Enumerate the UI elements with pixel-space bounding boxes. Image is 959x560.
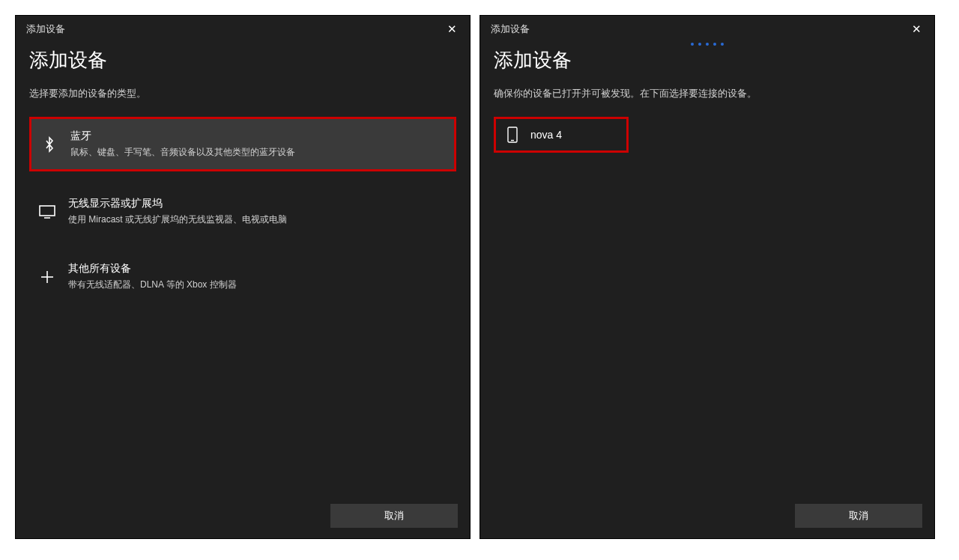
window-title: 添加设备	[26, 22, 65, 36]
cancel-button[interactable]: 取消	[330, 504, 458, 528]
option-other-devices[interactable]: 其他所有设备 带有无线适配器、DLNA 等的 Xbox 控制器	[29, 252, 456, 302]
loading-indicator	[691, 43, 724, 46]
option-desc: 鼠标、键盘、手写笔、音频设备以及其他类型的蓝牙设备	[70, 146, 295, 159]
close-icon: ✕	[447, 22, 457, 36]
option-text: 无线显示器或扩展坞 使用 Miracast 或无线扩展坞的无线监视器、电视或电脑	[68, 197, 287, 226]
add-device-dialog-type: 添加设备 ✕ 添加设备 选择要添加的设备的类型。 蓝牙 鼠标、键盘、手写笔、音频…	[15, 15, 471, 539]
phone-icon	[503, 127, 521, 143]
option-text: 蓝牙 鼠标、键盘、手写笔、音频设备以及其他类型的蓝牙设备	[70, 130, 295, 159]
option-desc: 使用 Miracast 或无线扩展坞的无线监视器、电视或电脑	[68, 213, 287, 226]
svg-rect-0	[40, 206, 55, 216]
titlebar: 添加设备 ✕	[16, 16, 470, 43]
option-desc: 带有无线适配器、DLNA 等的 Xbox 控制器	[68, 279, 237, 291]
monitor-icon	[37, 205, 58, 219]
add-device-dialog-discover: 添加设备 ✕ 添加设备 确保你的设备已打开并可被发现。在下面选择要连接的设备。 …	[480, 15, 935, 539]
option-bluetooth[interactable]: 蓝牙 鼠标、键盘、手写笔、音频设备以及其他类型的蓝牙设备	[29, 117, 456, 171]
dialog-content: 添加设备 确保你的设备已打开并可被发现。在下面选择要连接的设备。 nova 4	[480, 43, 934, 493]
page-title: 添加设备	[494, 47, 921, 73]
dialog-footer: 取消	[16, 493, 470, 538]
device-item[interactable]: nova 4	[494, 117, 629, 153]
titlebar: 添加设备 ✕	[480, 16, 934, 43]
window-title: 添加设备	[491, 22, 530, 36]
page-subtitle: 确保你的设备已打开并可被发现。在下面选择要连接的设备。	[494, 87, 921, 100]
option-title: 无线显示器或扩展坞	[68, 197, 287, 210]
dialog-footer: 取消	[480, 493, 934, 538]
page-title: 添加设备	[29, 47, 456, 73]
option-text: 其他所有设备 带有无线适配器、DLNA 等的 Xbox 控制器	[68, 262, 237, 291]
close-icon: ✕	[912, 22, 922, 36]
dialog-content: 添加设备 选择要添加的设备的类型。 蓝牙 鼠标、键盘、手写笔、音频设备以及其他类…	[16, 43, 470, 493]
close-button[interactable]: ✕	[906, 19, 927, 40]
option-wireless-display[interactable]: 无线显示器或扩展坞 使用 Miracast 或无线扩展坞的无线监视器、电视或电脑	[29, 186, 456, 237]
device-name: nova 4	[530, 129, 562, 141]
option-title: 其他所有设备	[68, 262, 237, 276]
cancel-button[interactable]: 取消	[795, 504, 922, 528]
page-subtitle: 选择要添加的设备的类型。	[29, 87, 456, 100]
plus-icon	[37, 270, 58, 284]
close-button[interactable]: ✕	[441, 19, 462, 40]
option-title: 蓝牙	[70, 130, 295, 143]
bluetooth-icon	[39, 136, 60, 153]
